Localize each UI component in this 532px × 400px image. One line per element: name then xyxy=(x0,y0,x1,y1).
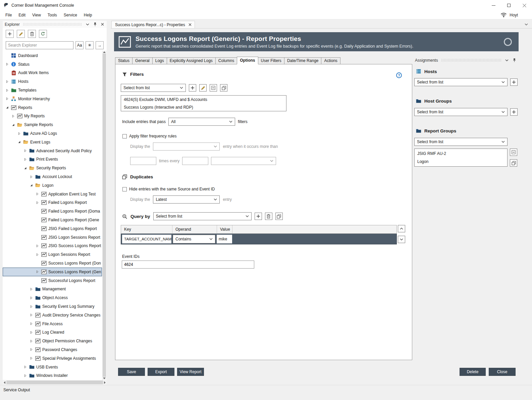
vertical-scrollbar[interactable] xyxy=(102,51,107,380)
column-key[interactable]: Key xyxy=(121,225,172,233)
add-button[interactable] xyxy=(6,30,14,38)
tab-list-chevron-icon[interactable] xyxy=(525,23,528,25)
expand-arrow-icon[interactable] xyxy=(5,80,10,83)
tree-item-reports[interactable]: Reports xyxy=(3,103,102,112)
tab-user-filters[interactable]: User Filters xyxy=(258,57,284,64)
report-group-item[interactable]: JSIG RMF AU-2 xyxy=(415,150,507,158)
save-button[interactable]: Save xyxy=(118,368,145,376)
tree-item-password-changes[interactable]: Password Changes xyxy=(3,345,102,354)
tree-item-account-lockout[interactable]: Account Lockout xyxy=(3,172,102,181)
tree-item-monitor-hierarchy[interactable]: Monitor Hierarchy xyxy=(3,95,102,103)
tab-date-time-range[interactable]: Date/Time Range xyxy=(284,57,322,64)
tree-item-success-logons-report-don[interactable]: Success Logons Report (Don xyxy=(3,259,102,268)
edit-filter-button[interactable] xyxy=(199,84,207,92)
refresh-button[interactable] xyxy=(39,30,47,38)
tab-options[interactable]: Options xyxy=(237,57,258,64)
tab-columns[interactable]: Columns xyxy=(215,57,237,64)
tree-item-object-access[interactable]: Object Access xyxy=(3,293,102,302)
tree-item-logon[interactable]: Logon xyxy=(3,181,102,190)
tree-item-jsig-failed-logons-report[interactable]: JSIG Failed Logons Report xyxy=(3,224,102,233)
expand-arrow-icon[interactable] xyxy=(35,253,40,256)
tree-item-hosts[interactable]: Hosts xyxy=(3,77,102,86)
query-row-selected[interactable]: TARGET_ACCOUNT_NAME Contains mike xyxy=(121,234,397,244)
tree-item-log-cleared[interactable]: Log Cleared xyxy=(3,328,102,337)
menu-help[interactable]: Help xyxy=(81,11,96,19)
expand-arrow-icon[interactable] xyxy=(23,149,28,152)
pin-icon[interactable] xyxy=(92,22,98,27)
scrollbar-thumb[interactable] xyxy=(103,54,106,377)
copy-query-button[interactable] xyxy=(275,213,283,220)
collapse-arrow-icon[interactable] xyxy=(17,140,22,144)
tree-item-object-permission-changes[interactable]: Object Permission Changes xyxy=(3,337,102,345)
copy-report-group-button[interactable] xyxy=(510,159,517,167)
expand-arrow-icon[interactable] xyxy=(29,357,34,360)
query-value-cell[interactable]: mike xyxy=(217,235,232,243)
event-ids-input[interactable] xyxy=(122,261,254,269)
chevron-down-icon[interactable] xyxy=(85,22,90,27)
move-up-button[interactable] xyxy=(398,225,405,232)
menu-edit[interactable]: Edit xyxy=(15,11,29,19)
pin-icon[interactable] xyxy=(512,58,517,63)
include-pass-select[interactable]: All xyxy=(168,118,235,126)
username-label[interactable]: Hoyt xyxy=(510,13,518,17)
close-window-button[interactable] xyxy=(517,0,532,11)
collapse-arrow-icon[interactable] xyxy=(23,167,28,170)
expand-arrow-icon[interactable] xyxy=(5,63,10,66)
tree-item-security-event-log-summary[interactable]: Security Event Log Summary xyxy=(3,302,102,311)
expand-arrow-icon[interactable] xyxy=(35,270,40,273)
search-go-button[interactable]: → xyxy=(96,41,104,49)
remove-filter-button[interactable] xyxy=(210,84,217,92)
query-key-cell[interactable]: TARGET_ACCOUNT_NAME xyxy=(122,235,171,243)
tree-item-special-privilege-assignments[interactable]: Special Privilege Assignments xyxy=(3,354,102,363)
column-operand[interactable]: Operand xyxy=(172,225,217,233)
tree-item-status[interactable]: Status xyxy=(3,60,102,69)
remove-report-group-button[interactable] xyxy=(510,149,517,156)
duplicates-display-select[interactable]: Latest xyxy=(153,195,220,204)
close-panel-icon[interactable] xyxy=(100,22,105,27)
filter-list-item[interactable]: Success Logons (Interactive and RDP) xyxy=(121,104,286,111)
scrollbar-thumb[interactable] xyxy=(6,381,103,384)
expand-arrow-icon[interactable] xyxy=(29,296,34,299)
hosts-select[interactable]: Select from list xyxy=(414,78,508,86)
filters-select[interactable]: Select from list xyxy=(121,84,186,92)
wildcard-button[interactable]: ✳ xyxy=(86,41,94,49)
tree-item-failed-logons-report[interactable]: Failed Logons Report xyxy=(3,198,102,207)
tree-item-success-logons-report-gen[interactable]: Success Logons Report (Gen xyxy=(3,268,102,276)
scroll-down-icon[interactable] xyxy=(103,378,106,379)
collapse-arrow-icon[interactable] xyxy=(11,123,16,126)
expand-arrow-icon[interactable] xyxy=(29,331,34,334)
menu-file[interactable]: File xyxy=(2,11,15,19)
expand-arrow-icon[interactable] xyxy=(35,192,40,195)
tree-item-usb-events[interactable]: USB Events xyxy=(3,363,102,372)
copy-filter-button[interactable] xyxy=(220,84,227,92)
tree-item-print-events[interactable]: Print Events xyxy=(3,155,102,164)
query-operand-select[interactable]: Contains xyxy=(173,235,215,243)
tab-status[interactable]: Status xyxy=(115,57,132,64)
expand-arrow-icon[interactable] xyxy=(29,322,34,325)
tree-item-jsig-logon-sessions-report[interactable]: JSIG Logon Sessions Report xyxy=(3,233,102,242)
interval-count-input[interactable] xyxy=(182,157,208,165)
hide-duplicates-checkbox[interactable] xyxy=(122,187,127,191)
tree-item-audit-directory-service-changes[interactable]: Audit Directory Service Changes xyxy=(3,311,102,320)
chevron-down-icon[interactable] xyxy=(504,58,510,63)
expand-arrow-icon[interactable] xyxy=(29,340,34,343)
menu-view[interactable]: View xyxy=(29,11,44,19)
delete-button[interactable] xyxy=(28,30,36,38)
filter-list-item[interactable]: 4624(S) Exclude DWM, UMFD and $ Accounts xyxy=(121,96,286,104)
expand-arrow-icon[interactable] xyxy=(29,175,34,178)
report-groups-select[interactable]: Select from list xyxy=(414,138,508,146)
menu-tools[interactable]: Tools xyxy=(44,11,60,19)
tree-item-advanced-security-audit-policy[interactable]: Advanced Security Audit Policy xyxy=(3,147,102,155)
scroll-left-icon[interactable] xyxy=(4,381,5,384)
expand-arrow-icon[interactable] xyxy=(17,132,22,135)
help-button[interactable]: ? xyxy=(396,72,402,78)
expand-arrow-icon[interactable] xyxy=(23,365,28,368)
delete-report-button[interactable]: Delete xyxy=(460,368,486,376)
occurrence-count-input[interactable] xyxy=(130,157,156,165)
expand-arrow-icon[interactable] xyxy=(5,97,10,100)
tab-general[interactable]: General xyxy=(132,57,153,64)
edit-button[interactable] xyxy=(17,30,25,38)
tree-item-my-reports[interactable]: My Reports xyxy=(3,112,102,121)
minimize-button[interactable] xyxy=(486,0,501,11)
tree-item-successful-logons-report[interactable]: Successful Logons Report xyxy=(3,276,102,285)
